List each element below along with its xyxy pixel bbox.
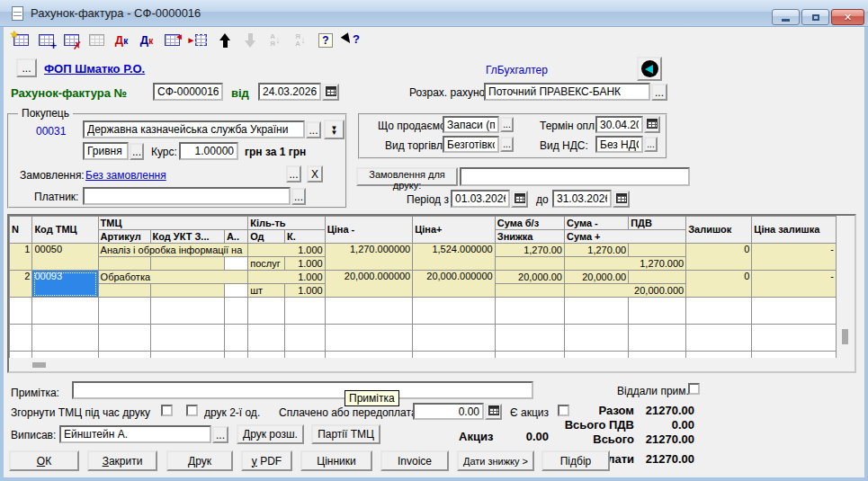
discount-button[interactable]: Дати знижку > <box>457 450 534 471</box>
minimize-button[interactable] <box>772 9 800 25</box>
grid-header-row-1: N Код ТМЦ ТМЦ Кіль-ть Ціна - Ціна+ Сума … <box>10 217 837 230</box>
invoice-button[interactable]: Invoice <box>380 450 449 471</box>
calculator-icon <box>488 405 499 415</box>
issued-select-button[interactable]: ... <box>212 426 228 443</box>
period-from-input[interactable] <box>451 190 510 208</box>
print-ext-button[interactable]: Друк розш. <box>237 424 304 444</box>
invoice-number-label: Рахунок-фактура № <box>11 86 127 100</box>
print-button[interactable]: Друк <box>166 450 233 471</box>
col-sum-bz: Сума б/з <box>495 217 564 230</box>
col-sum-plus: Сума + <box>564 230 685 244</box>
col-od: Од <box>248 230 285 244</box>
calendar-icon <box>515 193 525 203</box>
posting-dk-icon[interactable]: Дк <box>110 29 133 51</box>
title-bar: Рахунок-фактура - СФ-0000016 ✕ <box>0 0 868 27</box>
col-price-minus: Ціна - <box>325 217 413 244</box>
collapse-checkbox[interactable] <box>161 405 173 416</box>
order-clear-button[interactable]: X <box>307 165 323 183</box>
close-form-button[interactable]: Закрити <box>87 450 157 471</box>
price-tags-button[interactable]: Цінники <box>300 450 372 471</box>
invoice-date-input[interactable] <box>258 83 321 101</box>
pay-term-calendar-button[interactable] <box>644 116 660 133</box>
context-help-icon[interactable]: ? <box>339 29 362 51</box>
table-row: 1 00050 Аналіз і обробка інформації на 1… <box>10 244 837 257</box>
rate-input[interactable] <box>179 142 238 160</box>
pay-term-input[interactable] <box>595 116 643 133</box>
document-icon <box>12 6 23 21</box>
total-razom-label: Разом <box>528 404 634 417</box>
close-button[interactable]: ✕ <box>831 9 864 25</box>
col-n: N <box>10 217 32 244</box>
delete-row-icon[interactable]: ✗ <box>59 29 83 51</box>
order-print-button[interactable]: Замовлення для друку: <box>356 167 458 186</box>
order-link[interactable]: Без замовлення <box>85 169 166 182</box>
double-chevron-down-icon: ▼▼ <box>326 126 343 135</box>
what-sell-select-button[interactable]: ... <box>500 117 514 132</box>
back-button[interactable] <box>637 57 662 81</box>
period-to-calendar-button[interactable] <box>613 191 630 208</box>
vat-kind-input[interactable] <box>595 136 643 153</box>
col-rest: Залишок <box>686 217 752 244</box>
order-print-input[interactable] <box>460 167 690 186</box>
currency-input[interactable] <box>83 142 129 160</box>
what-sell-label: Що продаємо: <box>378 120 449 132</box>
pdf-button[interactable]: у PDF <box>241 450 292 471</box>
vertical-scrollbar-thumb[interactable] <box>842 329 848 344</box>
posting-dk-2-icon[interactable]: Дк <box>135 29 158 51</box>
paid-label: Сплачено або передоплата: <box>279 406 420 419</box>
rate-suffix: грн за 1 грн <box>245 146 306 158</box>
add-row-icon[interactable]: + <box>34 29 58 51</box>
firm-select-button[interactable]: ... <box>16 58 37 77</box>
buyer-expand-button[interactable]: ▼▼ <box>324 120 345 139</box>
maximize-button[interactable] <box>801 9 829 25</box>
invoice-from-label: від <box>231 86 249 100</box>
pay-term-label: Термін опл.: <box>540 120 601 132</box>
pick-button[interactable]: Підбір <box>541 450 610 471</box>
account-select-button[interactable]: ... <box>651 84 667 101</box>
currency-select-button[interactable]: ... <box>130 143 144 160</box>
calendar-icon <box>616 193 627 203</box>
tmc-batches-button[interactable]: Партії ТМЦ <box>311 424 380 444</box>
what-sell-input[interactable] <box>443 116 499 133</box>
move-down-icon <box>238 29 262 51</box>
second-unit-label: друк 2-ї од. <box>204 406 260 419</box>
horizontal-scrollbar-thumb[interactable] <box>32 362 46 368</box>
paid-calc-button[interactable] <box>485 404 502 420</box>
clear-x-icon: X <box>311 168 318 181</box>
move-up-icon[interactable] <box>213 29 237 51</box>
note-input[interactable] <box>72 381 533 399</box>
trade-kind-select-button[interactable]: ... <box>500 137 514 152</box>
invoice-number-input[interactable] <box>153 83 223 101</box>
note-label: Примітка: <box>11 387 59 399</box>
help-icon[interactable]: ? <box>314 29 337 51</box>
period-from-calendar-button[interactable] <box>511 191 528 208</box>
buyer-name-input[interactable] <box>83 120 305 138</box>
col-price-plus: Ціна+ <box>413 217 495 244</box>
vat-kind-label: Вид НДС: <box>540 139 588 152</box>
payer-input[interactable] <box>83 187 291 205</box>
horizontal-scrollbar[interactable] <box>9 358 855 371</box>
ok-button[interactable]: ОК <box>9 450 79 471</box>
period-to-input[interactable] <box>552 190 612 208</box>
vertical-scrollbar[interactable] <box>837 216 855 358</box>
vat-kind-select-button[interactable]: ... <box>644 137 658 152</box>
account-input[interactable] <box>484 83 650 101</box>
second-unit-checkbox[interactable] <box>186 405 198 416</box>
selected-cell[interactable]: 00093 <box>32 271 98 298</box>
gave-note-checkbox[interactable] <box>688 383 700 395</box>
payer-select-button[interactable]: ... <box>291 188 306 205</box>
rows-export-icon[interactable]: ► <box>185 29 209 51</box>
trade-kind-input[interactable] <box>443 136 499 153</box>
accountant-label: ГлБухгалтер <box>486 64 548 76</box>
buyer-select-button[interactable]: ... <box>306 121 321 138</box>
paid-input[interactable] <box>413 403 484 420</box>
new-invoice-icon[interactable]: ★ <box>9 29 32 51</box>
payer-label: Платник: <box>34 191 78 203</box>
total-pdv-value: 0.00 <box>621 418 694 432</box>
firm-link[interactable]: ФОП Шматко Р.О. <box>44 62 145 76</box>
rows-import-icon[interactable]: ◄ <box>160 29 183 51</box>
invoice-date-calendar-button[interactable] <box>322 84 339 101</box>
order-select-button[interactable]: ... <box>286 165 301 183</box>
collapse-label: Згорнути ТМЦ під час друку <box>11 406 150 419</box>
issued-input[interactable] <box>59 425 211 443</box>
